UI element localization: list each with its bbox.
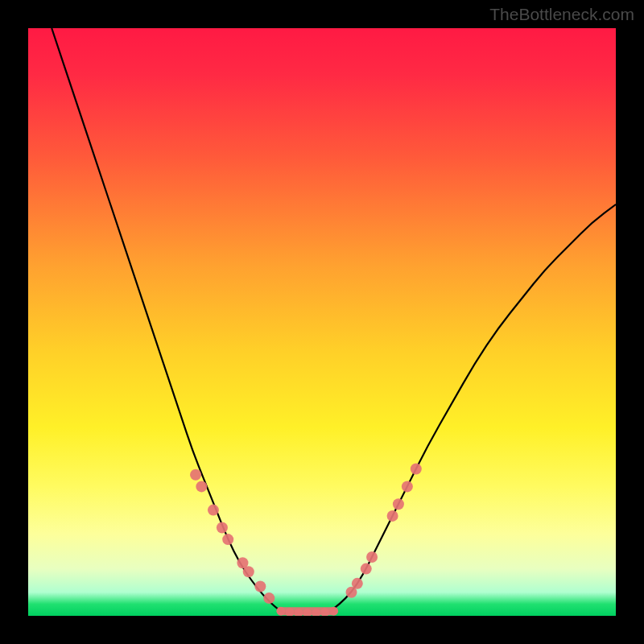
highlight-dot [254,581,266,592]
highlight-dot [402,481,413,492]
highlight-dot [222,534,233,545]
highlight-dot [393,498,404,510]
highlight-dot [329,607,338,616]
highlight-dot [366,551,378,563]
curve-left-curve [52,28,283,613]
highlight-dot [411,464,422,475]
highlight-dot [361,564,372,575]
highlight-dot [243,566,254,577]
highlight-dot [217,522,228,534]
highlight-dot [190,469,201,481]
highlight-dot [352,578,363,589]
watermark-text: TheBottleneck.com [489,5,634,24]
plot-area [28,28,616,616]
highlight-dot [208,505,219,516]
highlight-dot [196,481,207,492]
chart-svg [28,28,616,616]
highlight-dot [387,510,398,522]
highlight-dot [276,607,285,616]
highlight-dot [263,592,275,604]
